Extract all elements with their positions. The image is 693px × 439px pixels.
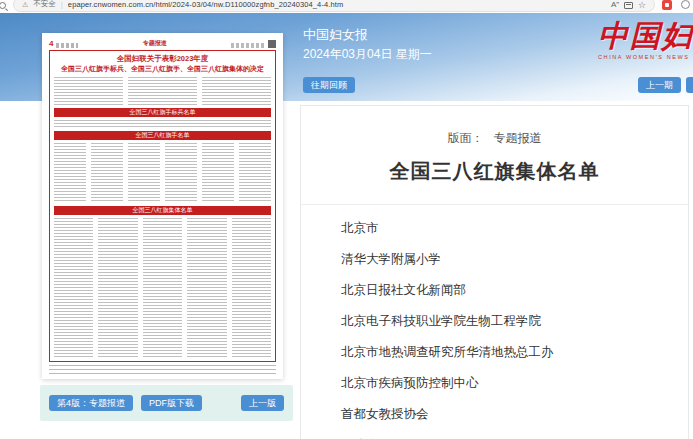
pdf-download-button[interactable]: PDF版下载 [141,395,202,411]
list-item[interactable]: 北京电子科技职业学院生物工程学院 [341,306,688,337]
prev-issue-button[interactable]: 上一期 [638,77,681,93]
list-item[interactable]: 天津市 [341,430,688,439]
list-banner-1: 全国三八红旗手标兵名单 [54,108,271,117]
newspaper-page-preview[interactable]: 4 专题报道 全国妇联关于表彰2023年度 全国三八红旗手标兵、全国三八红旗手、… [42,33,283,379]
newspaper-body: 全国妇联关于表彰2023年度 全国三八红旗手标兵、全国三八红旗手、全国三八红旗集… [49,50,276,362]
simulated-text-columns [54,77,271,105]
folio-left-text [56,43,78,48]
list-item[interactable]: 北京市疾病预防控制中心 [341,368,688,399]
back-issues-button[interactable]: 往期回顾 [303,77,355,93]
headline-line2: 全国三八红旗手标兵、全国三八红旗手、全国三八红旗集体的决定 [54,64,271,74]
folio-page-number: 4 [49,40,53,48]
list-item[interactable]: 北京市地热调查研究所华清地热总工办 [341,337,688,368]
list-item[interactable]: 北京市 [341,213,688,244]
list-item[interactable]: 北京日报社文化新闻部 [341,275,688,306]
page: 中国妇女报 2024年03月04日 星期一 中国妇女 CHINA WOMEN'S… [0,13,693,439]
simulated-text-columns [54,143,271,203]
folio-right-text [231,43,265,48]
qr-code-icon [268,40,276,48]
newspaper-headline: 全国妇联关于表彰2023年度 全国三八红旗手标兵、全国三八红旗手、全国三八红旗集… [54,54,271,74]
extension-icon[interactable] [662,0,672,10]
search-icon[interactable] [0,2,6,9]
simulated-text-columns [54,218,271,358]
edition-line: 版面：专题报道 [301,130,688,147]
simulated-names-row [54,120,271,128]
warning-icon: ⚠ [22,1,28,9]
list-item[interactable]: 清华大学附属小学 [341,244,688,275]
paper-name: 中国妇女报 [303,26,368,44]
star-icon[interactable]: ☆ [638,2,646,9]
logo-subtext: CHINA WOMEN'S NEWS [598,54,693,60]
article-panel: 版面：专题报道 全国三八红旗集体名单 北京市 清华大学附属小学 北京日报社文化新… [300,105,689,439]
address-pill[interactable]: ⚠ 不安全 | epaper.cnwomen.com.cn/html/2024-… [13,0,655,12]
honoree-list: 北京市 清华大学附属小学 北京日报社文化新闻部 北京电子科技职业学院生物工程学院… [301,205,688,439]
collections-icon[interactable] [624,2,633,9]
next-issue-button[interactable]: 下一期 [686,77,693,93]
issue-date: 2024年03月04日 星期一 [303,46,432,63]
address-separator: | [61,0,63,9]
prev-page-button[interactable]: 上一版 [241,395,284,411]
read-aloud-icon[interactable]: A” [611,0,619,9]
folio-section-label: 专题报道 [143,39,167,48]
edition-label: 版面： [448,131,484,145]
article-title: 全国三八红旗集体名单 [301,158,688,185]
profile-icon[interactable] [681,0,690,9]
browser-address-bar: ⚠ 不安全 | epaper.cnwomen.com.cn/html/2024-… [0,0,693,13]
headline-line1: 全国妇联关于表彰2023年度 [54,54,271,64]
brand-logo: 中国妇女 CHINA WOMEN'S NEWS [598,19,693,60]
page-action-bar: 第4版：专题报道 PDF版下载 上一版 [40,385,293,421]
newspaper-folio: 4 专题报道 [49,38,276,48]
security-label[interactable]: 不安全 [33,0,56,9]
list-banner-2: 全国三八红旗手名单 [54,131,271,140]
edition-value: 专题报道 [494,131,542,145]
url-text[interactable]: epaper.cnwomen.com.cn/html/2024-03/04/nw… [68,0,606,9]
simulated-footer-text [49,365,276,374]
list-banner-3: 全国三八红旗集体名单 [54,206,271,215]
list-item[interactable]: 首都女教授协会 [341,399,688,430]
edition-section-button[interactable]: 第4版：专题报道 [49,395,133,411]
logo-calligraphy: 中国妇女 [598,19,693,53]
